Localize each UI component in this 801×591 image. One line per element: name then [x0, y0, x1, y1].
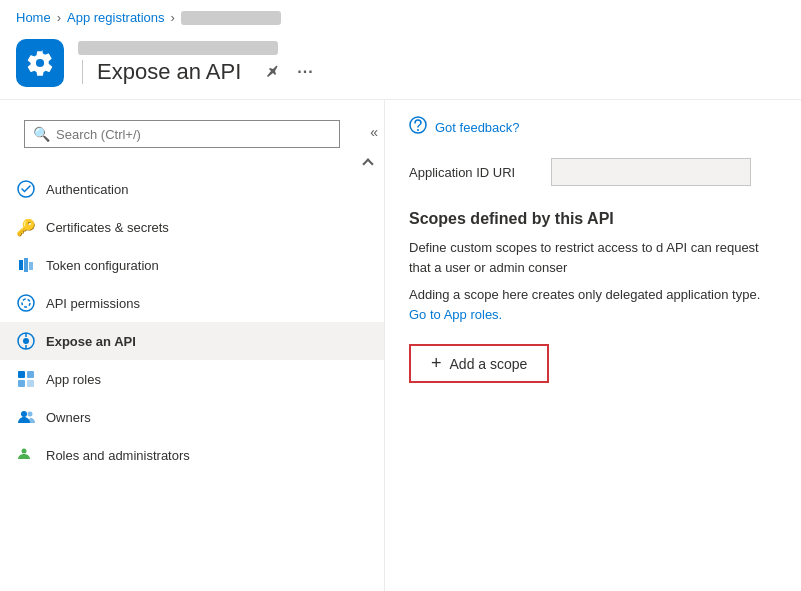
- breadcrumb-home[interactable]: Home: [16, 10, 51, 25]
- api-perm-icon: [16, 293, 36, 313]
- token-icon: [16, 255, 36, 275]
- search-icon: 🔍: [33, 126, 50, 142]
- svg-rect-3: [29, 262, 33, 270]
- sidebar-item-roles-admins[interactable]: Roles and administrators: [0, 436, 384, 474]
- svg-rect-10: [18, 371, 25, 378]
- sidebar-item-label: Token configuration: [46, 258, 159, 273]
- sidebar-item-label: Certificates & secrets: [46, 220, 169, 235]
- svg-rect-11: [27, 371, 34, 378]
- app-icon: [16, 39, 64, 87]
- svg-point-15: [28, 412, 33, 417]
- roles-icon: [16, 445, 36, 465]
- collapse-icon: «: [370, 124, 378, 140]
- gear-icon: [26, 49, 54, 77]
- page-header: Expose an API ···: [0, 31, 801, 100]
- app-id-label: Application ID URI: [409, 165, 539, 180]
- cert-icon: 🔑: [16, 217, 36, 237]
- page-title: Expose an API: [97, 59, 241, 85]
- scopes-desc-1: Define custom scopes to restrict access …: [409, 238, 777, 277]
- auth-icon: [16, 179, 36, 199]
- breadcrumb-sep1: ›: [57, 10, 61, 25]
- approles-icon: [16, 369, 36, 389]
- search-input-wrap: 🔍: [0, 108, 364, 156]
- scroll-top-area: [0, 160, 384, 170]
- add-scope-label: Add a scope: [450, 356, 528, 372]
- layout: 🔍 « Authentication: [0, 100, 801, 591]
- scopes-desc2-text: Adding a scope here creates only delegat…: [409, 287, 760, 302]
- pin-button[interactable]: [259, 60, 283, 84]
- sidebar-item-label: API permissions: [46, 296, 140, 311]
- sidebar-item-label: Roles and administrators: [46, 448, 190, 463]
- scroll-up-arrow: [362, 158, 373, 169]
- search-row: 🔍 «: [0, 100, 384, 160]
- add-scope-button[interactable]: + Add a scope: [409, 344, 549, 383]
- svg-rect-12: [18, 380, 25, 387]
- header-title-group: Expose an API ···: [78, 41, 318, 85]
- sidebar-item-label: Owners: [46, 410, 91, 425]
- sidebar-collapse-button[interactable]: «: [364, 118, 384, 146]
- scopes-desc-2: Adding a scope here creates only delegat…: [409, 285, 777, 324]
- breadcrumb: Home › App registrations ›: [0, 0, 801, 31]
- app-id-value[interactable]: [551, 158, 751, 186]
- svg-point-16: [22, 449, 27, 454]
- sidebar-item-label: App roles: [46, 372, 101, 387]
- search-input[interactable]: [56, 127, 331, 142]
- header-actions: ···: [259, 59, 317, 85]
- svg-rect-13: [27, 380, 34, 387]
- expose-icon: [16, 331, 36, 351]
- sidebar-item-token[interactable]: Token configuration: [0, 246, 384, 284]
- sidebar-item-authentication[interactable]: Authentication: [0, 170, 384, 208]
- app-id-row: Application ID URI: [409, 158, 777, 186]
- breadcrumb-sep2: ›: [171, 10, 175, 25]
- main-content: Got feedback? Application ID URI Scopes …: [385, 100, 801, 591]
- svg-point-7: [23, 338, 29, 344]
- sidebar-item-expose-api[interactable]: Expose an API: [0, 322, 384, 360]
- sidebar-item-owners[interactable]: Owners: [0, 398, 384, 436]
- breadcrumb-app-name: [181, 11, 281, 25]
- feedback-row: Got feedback?: [409, 116, 777, 138]
- svg-point-4: [18, 295, 34, 311]
- sidebar-nav: Authentication 🔑 Certificates & secrets …: [0, 170, 384, 591]
- more-options-button[interactable]: ···: [293, 59, 317, 85]
- svg-rect-2: [24, 258, 28, 272]
- sidebar: 🔍 « Authentication: [0, 100, 385, 591]
- feedback-link[interactable]: Got feedback?: [435, 120, 520, 135]
- owners-icon: [16, 407, 36, 427]
- search-box[interactable]: 🔍: [24, 120, 340, 148]
- header-title-row: Expose an API ···: [78, 59, 318, 85]
- feedback-icon: [409, 116, 427, 138]
- sidebar-item-app-roles[interactable]: App roles: [0, 360, 384, 398]
- header-divider: [82, 60, 83, 84]
- sidebar-item-api-permissions[interactable]: API permissions: [0, 284, 384, 322]
- app-roles-link[interactable]: Go to App roles.: [409, 307, 502, 322]
- sidebar-item-label: Expose an API: [46, 334, 136, 349]
- header-app-name-blurred: [78, 41, 278, 55]
- add-scope-plus-icon: +: [431, 353, 442, 374]
- breadcrumb-app-registrations[interactable]: App registrations: [67, 10, 165, 25]
- svg-point-5: [22, 299, 30, 307]
- sidebar-item-certificates[interactable]: 🔑 Certificates & secrets: [0, 208, 384, 246]
- svg-point-18: [417, 129, 419, 131]
- svg-point-14: [21, 411, 27, 417]
- pin-icon: [263, 64, 279, 80]
- scopes-title: Scopes defined by this API: [409, 210, 777, 228]
- sidebar-item-label: Authentication: [46, 182, 128, 197]
- svg-rect-1: [19, 260, 23, 270]
